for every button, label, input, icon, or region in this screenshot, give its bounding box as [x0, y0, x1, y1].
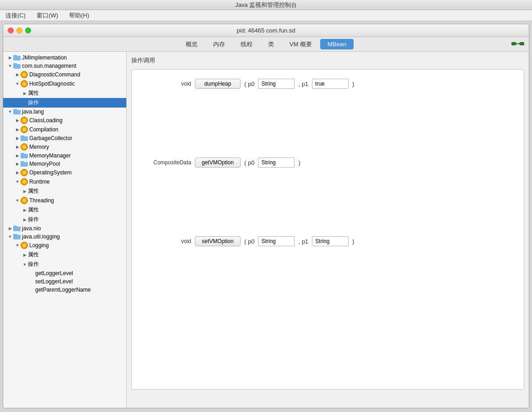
- param-dumpheap-p1[interactable]: [312, 79, 349, 89]
- tree-node-op-threading[interactable]: 操作: [3, 215, 126, 224]
- tree-node-memorypool[interactable]: MemoryPool: [3, 160, 126, 168]
- title-bar: Java 监视和管理控制台: [0, 0, 532, 10]
- tree-node-attr-logging[interactable]: 属性: [3, 250, 126, 260]
- folder-icon: [13, 109, 21, 114]
- tree-node-java-util-logging[interactable]: java.util.logging: [3, 233, 126, 241]
- folder-icon: [13, 234, 21, 239]
- param-getvmoption-p0[interactable]: [258, 157, 295, 168]
- arrow-diagnostic: [14, 71, 21, 78]
- close-paren-dumpheap: ): [352, 81, 354, 87]
- folder-icon: [21, 153, 28, 158]
- button-getvmoption[interactable]: getVMOption: [195, 157, 241, 168]
- bean-icon: [21, 242, 28, 249]
- arrow-op-logging: [21, 261, 28, 268]
- arrow-java-nio: [7, 225, 13, 232]
- arrow-logging: [14, 242, 21, 249]
- tree-node-runtime[interactable]: Runtime: [3, 177, 126, 186]
- bean-icon: [21, 117, 28, 124]
- bean-icon: [21, 71, 28, 78]
- svg-rect-2: [520, 42, 524, 45]
- arrow-op-hotspot: [21, 100, 28, 106]
- tree-node-garbagecollector[interactable]: GarbageCollector: [3, 134, 126, 142]
- tree-node-op-logging[interactable]: 操作: [3, 260, 126, 269]
- tab-vm[interactable]: VM 概要: [282, 38, 319, 50]
- folder-icon: [21, 161, 28, 167]
- arrow-op-threading: [21, 217, 28, 223]
- bean-icon: [21, 143, 28, 151]
- bean-icon: [21, 169, 28, 176]
- tab-memory[interactable]: 内存: [206, 38, 232, 50]
- connection-icon: [511, 39, 524, 49]
- tree-node-diagnosticcommand[interactable]: DiagnosticCommand: [3, 70, 126, 79]
- arrow-java-util-logging: [7, 233, 13, 240]
- tree-node-java-lang[interactable]: java.lang: [3, 108, 126, 116]
- close-button[interactable]: [8, 27, 14, 33]
- tree-node-memory[interactable]: Memory: [3, 142, 126, 152]
- tree-node-threading[interactable]: Threading: [3, 196, 126, 205]
- tree-node-getparentloggername[interactable]: getParentLoggerName: [3, 286, 126, 294]
- bean-icon: [21, 197, 28, 204]
- tree-node-attr-runtime[interactable]: 属性: [3, 186, 126, 196]
- tab-threads[interactable]: 线程: [233, 38, 260, 50]
- tab-mbean[interactable]: MBean: [320, 39, 354, 49]
- tree-node-classloading[interactable]: ClassLoading: [3, 116, 126, 125]
- tab-classes[interactable]: 类: [261, 38, 281, 50]
- operation-dumpheap: void dumpHeap ( p0 , p1 ): [141, 79, 515, 89]
- tab-bar: 概览 内存 线程 类 VM 概要 MBean: [3, 37, 529, 52]
- comma-2: , p1: [298, 238, 308, 245]
- tree-node-memorymanager[interactable]: MemoryManager: [3, 152, 126, 160]
- tree-node-com-sun-management[interactable]: com.sun.management: [3, 62, 126, 70]
- return-type-setvmoption: void: [141, 238, 191, 244]
- param-dumpheap-p0[interactable]: [258, 79, 295, 89]
- panel-title: 操作调用: [131, 56, 524, 65]
- arrow-com-sun: [7, 63, 13, 69]
- button-setvmoption[interactable]: setVMOption: [195, 236, 241, 246]
- arrow-os: [14, 169, 21, 176]
- app-title: Java 监视和管理控制台: [235, 1, 297, 9]
- arrow-classloading: [14, 117, 21, 124]
- param-setvmoption-p0[interactable]: [258, 236, 295, 246]
- maximize-button[interactable]: [25, 27, 31, 33]
- menu-connect[interactable]: 连接(C): [4, 11, 27, 21]
- menu-window[interactable]: 窗口(W): [35, 11, 60, 21]
- arrow-runtime: [14, 179, 21, 185]
- tree-node-op-hotspot[interactable]: 操作: [3, 98, 126, 108]
- window-title-bar: pid: 46465 com.fun.sd: [3, 24, 529, 37]
- tree-node-getloggerlevel[interactable]: getLoggerLevel: [3, 269, 126, 277]
- minimize-button[interactable]: [16, 27, 22, 33]
- tree-node-logging[interactable]: Logging: [3, 241, 126, 250]
- param-setvmoption-p1[interactable]: [312, 236, 349, 246]
- window-title: pid: 46465 com.fun.sd: [237, 27, 296, 34]
- arrow-hotspot: [14, 81, 21, 87]
- folder-icon: [13, 226, 21, 231]
- folder-icon: [13, 63, 21, 69]
- bean-icon: [21, 80, 28, 87]
- bean-icon: [21, 126, 28, 133]
- tree-node-hotspotdiagnostic[interactable]: HotSpotDiagnostic: [3, 79, 126, 88]
- menu-help[interactable]: 帮助(H): [67, 11, 91, 21]
- return-type-dumpheap: void: [141, 81, 191, 87]
- arrow-attr-runtime: [21, 188, 28, 195]
- button-dumpheap[interactable]: dumpHeap: [195, 79, 241, 89]
- arrow-compilation: [14, 126, 21, 133]
- arrow-attr-logging: [21, 252, 28, 258]
- tree-node-setloggerlevel[interactable]: setLoggerLevel: [3, 277, 126, 286]
- tree-node-jmimplementation[interactable]: JMImplementation: [3, 54, 126, 62]
- arrow-attr-threading: [21, 207, 28, 213]
- bean-icon: [21, 178, 28, 185]
- return-type-getvmoption: CompositeData: [141, 159, 191, 166]
- close-paren-setvmoption: ): [352, 238, 354, 245]
- tree-node-attr-hotspot[interactable]: 属性: [3, 88, 126, 98]
- sidebar: JMImplementation com.sun.management Diag…: [3, 52, 127, 408]
- tree-node-operatingsystem[interactable]: OperatingSystem: [3, 168, 126, 177]
- tree-node-attr-threading[interactable]: 属性: [3, 205, 126, 215]
- svg-rect-0: [511, 42, 516, 45]
- operation-getvmoption: CompositeData getVMOption ( p0 ): [141, 157, 515, 168]
- comma-1: , p1: [298, 81, 308, 87]
- main-content: JMImplementation com.sun.management Diag…: [3, 52, 529, 408]
- operation-setvmoption: void setVMOption ( p0 , p1 ): [141, 236, 515, 246]
- close-paren-getvmoption: ): [298, 159, 300, 166]
- tree-node-java-nio[interactable]: java.nio: [3, 224, 126, 233]
- tab-overview[interactable]: 概览: [178, 38, 205, 50]
- tree-node-compilation[interactable]: Compilation: [3, 125, 126, 134]
